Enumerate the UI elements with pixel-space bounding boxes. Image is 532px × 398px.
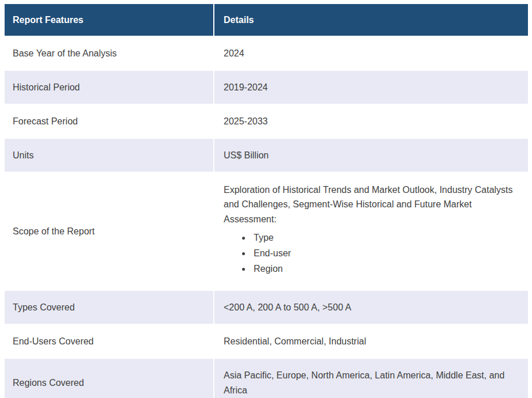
scope-bullet-item: Type (251, 230, 519, 246)
scope-bullet-item: Region (251, 261, 519, 277)
feature-cell: Base Year of the Analysis (5, 37, 213, 70)
details-cell: US$ Billion (214, 139, 528, 172)
table-row-base-year: Base Year of the Analysis 2024 (5, 37, 528, 70)
scope-bullet-list: Type End-user Region (224, 230, 519, 276)
details-cell: 2019-2024 (214, 71, 528, 104)
report-summary-page: Report Features Details Base Year of the… (0, 0, 532, 398)
report-features-table: Report Features Details Base Year of the… (3, 3, 529, 398)
feature-cell: Forecast Period (5, 105, 213, 138)
feature-cell: Regions Covered (5, 359, 213, 398)
table-row-forecast-period: Forecast Period 2025-2033 (5, 105, 528, 138)
table-row-types-covered: Types Covered <200 A, 200 A to 500 A, >5… (5, 291, 528, 324)
feature-cell: Historical Period (5, 71, 213, 104)
details-cell-scope: Exploration of Historical Trends and Mar… (214, 173, 528, 290)
scope-bullet-item: End-user (251, 246, 519, 261)
feature-cell: Types Covered (5, 291, 213, 324)
table-row-end-users-covered: End-Users Covered Residential, Commercia… (5, 325, 528, 358)
details-cell: 2024 (214, 37, 528, 70)
table-body: Base Year of the Analysis 2024 Historica… (5, 37, 528, 398)
column-header-report-features: Report Features (5, 4, 213, 36)
table-row-units: Units US$ Billion (5, 139, 528, 172)
details-cell: Asia Pacific, Europe, North America, Lat… (214, 359, 528, 398)
table-row-regions-covered: Regions Covered Asia Pacific, Europe, No… (5, 359, 528, 398)
table-row-scope: Scope of the Report Exploration of Histo… (5, 173, 528, 290)
feature-cell: Units (5, 139, 213, 172)
table-header: Report Features Details (5, 4, 528, 36)
column-header-details: Details (214, 4, 528, 36)
header-row: Report Features Details (5, 4, 528, 36)
feature-cell: Scope of the Report (5, 173, 213, 290)
details-cell: <200 A, 200 A to 500 A, >500 A (214, 291, 528, 324)
scope-intro-text: Exploration of Historical Trends and Mar… (224, 183, 519, 227)
details-cell: 2025-2033 (214, 105, 528, 138)
table-row-historical-period: Historical Period 2019-2024 (5, 71, 528, 104)
details-cell: Residential, Commercial, Industrial (214, 325, 528, 358)
feature-cell: End-Users Covered (5, 325, 213, 358)
